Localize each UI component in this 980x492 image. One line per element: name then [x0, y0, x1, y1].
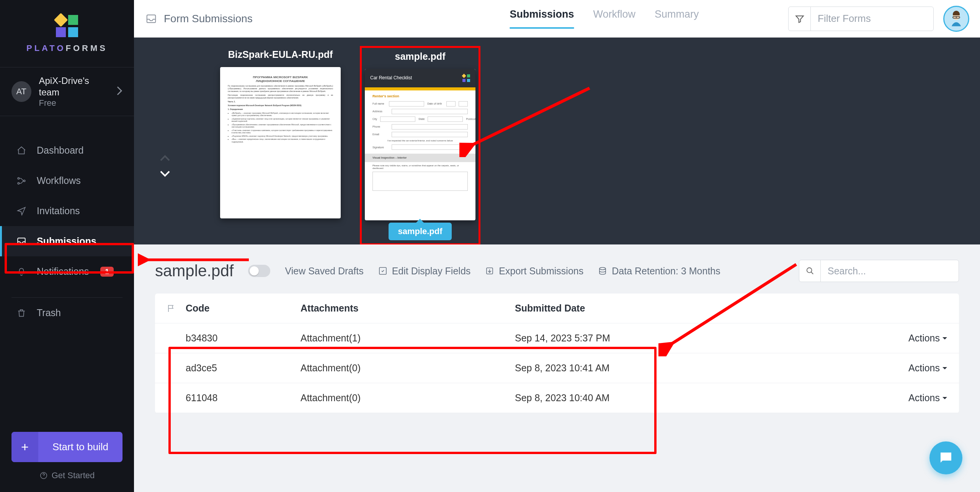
search-button[interactable]: [799, 260, 821, 282]
edit-display-fields[interactable]: Edit Display Fields: [378, 266, 471, 277]
cell-attachments: Attachment(1): [301, 333, 515, 344]
inbox-icon: [145, 13, 157, 25]
panel-title: sample.pdf: [155, 262, 234, 280]
account-name: ApiX-Drive's team: [39, 75, 109, 98]
sidebar-item-dashboard[interactable]: Dashboard: [0, 135, 134, 166]
caret-down-icon: [942, 366, 947, 371]
chat-fab[interactable]: [929, 441, 962, 474]
cell-submitted: Sep 8, 2023 10:41 AM: [515, 362, 745, 374]
filter-icon: [795, 14, 805, 24]
tab-workflow[interactable]: Workflow: [593, 8, 636, 29]
account-plan: Free: [39, 98, 109, 108]
col-attachments: Attachments: [301, 303, 515, 314]
row-actions[interactable]: Actions: [745, 362, 947, 374]
svg-point-13: [807, 268, 812, 273]
svg-rect-3: [18, 238, 25, 244]
form-thumbnail-selected[interactable]: sample.pdf Car Rental Checklist Renter's…: [360, 46, 480, 245]
export-submissions[interactable]: Export Submissions: [485, 266, 583, 277]
thumbnail-chip: sample.pdf: [389, 223, 451, 240]
cell-attachments: Attachment(0): [301, 362, 515, 374]
submissions-table: Code Attachments Submitted Date b34830 A…: [155, 294, 959, 413]
chevron-down-icon[interactable]: [160, 168, 170, 180]
home-icon: [16, 145, 27, 156]
cell-code: b34830: [186, 333, 301, 344]
page-title: Form Submissions: [145, 13, 253, 25]
tab-summary[interactable]: Summary: [655, 8, 699, 29]
cell-submitted: Sep 8, 2023 10:40 AM: [515, 392, 745, 403]
account-avatar: AT: [11, 81, 31, 102]
sidebar-item-label: Notifications: [37, 266, 89, 277]
row-actions[interactable]: Actions: [745, 392, 947, 403]
chat-icon: [938, 450, 954, 466]
sidebar-item-trash[interactable]: Trash: [0, 298, 134, 328]
cell-submitted: Sep 14, 2023 5:37 PM: [515, 333, 745, 344]
thumbnail-name: BizSpark-EULA-RU.pdf: [228, 49, 333, 60]
sidebar-item-invitations[interactable]: Invitations: [0, 196, 134, 226]
brand-logo: PLATOFORMS: [0, 0, 134, 67]
start-button-label: Start to build: [38, 432, 122, 462]
row-actions[interactable]: Actions: [745, 333, 947, 344]
caret-down-icon: [942, 395, 947, 401]
edit-icon: [378, 266, 387, 276]
panel-toolbar: sample.pdf View Saved Drafts Edit Displa…: [155, 260, 959, 282]
sidebar-item-label: Submissions: [37, 236, 96, 247]
view-saved-toggle[interactable]: [248, 265, 270, 277]
thumb-nav: [160, 153, 170, 180]
get-started-link[interactable]: Get Started: [39, 471, 95, 481]
brand-logo-text: PLATOFORMS: [26, 43, 108, 53]
svg-point-2: [23, 180, 25, 181]
flag-icon: [167, 304, 186, 313]
account-switcher[interactable]: AT ApiX-Drive's team Free: [0, 67, 134, 116]
sidebar-item-notifications[interactable]: Notifications 1: [0, 256, 134, 287]
filter-button[interactable]: [789, 7, 811, 31]
table-row[interactable]: ad3ce5 Attachment(0) Sep 8, 2023 10:41 A…: [155, 353, 959, 383]
form-selector-strip: BizSpark-EULA-RU.pdf ПРОГРАММА MICROSOFT…: [134, 38, 980, 244]
table-row[interactable]: 611048 Attachment(0) Sep 8, 2023 10:40 A…: [155, 383, 959, 413]
chevron-up-icon[interactable]: [160, 153, 170, 165]
workflow-icon: [16, 175, 27, 186]
svg-point-1: [18, 182, 19, 184]
submissions-panel: sample.pdf View Saved Drafts Edit Displa…: [134, 244, 980, 492]
export-icon: [485, 266, 494, 276]
chevron-right-icon: [116, 86, 122, 97]
form-thumbnail[interactable]: BizSpark-EULA-RU.pdf ПРОГРАММА MICROSOFT…: [220, 49, 341, 245]
header-tabs: Submissions Workflow Summary: [510, 8, 699, 29]
table-header: Code Attachments Submitted Date: [155, 294, 959, 323]
start-to-build-button[interactable]: + Start to build: [11, 432, 122, 462]
cell-code: ad3ce5: [186, 362, 301, 374]
trash-icon: [16, 308, 27, 318]
sidebar-nav: Dashboard Workflows Invitations Submissi…: [0, 135, 134, 328]
search-icon: [806, 267, 814, 275]
col-code: Code: [186, 303, 301, 314]
sidebar-item-label: Workflows: [37, 175, 81, 186]
caret-down-icon: [942, 336, 947, 341]
submissions-search: [799, 260, 959, 282]
table-row[interactable]: b34830 Attachment(1) Sep 14, 2023 5:37 P…: [155, 323, 959, 353]
plus-icon: +: [11, 432, 38, 462]
inbox-icon: [16, 236, 27, 247]
sidebar-item-submissions[interactable]: Submissions: [0, 226, 134, 256]
tab-submissions[interactable]: Submissions: [510, 8, 574, 29]
thumbnail-name: sample.pdf: [395, 51, 446, 62]
send-icon: [16, 206, 27, 216]
user-avatar[interactable]: [943, 6, 969, 32]
thumbnail-preview: ПРОГРАММА MICROSOFT BIZSPARKЛИЦЕНЗИОННОЕ…: [220, 67, 341, 218]
search-input[interactable]: [821, 266, 959, 277]
avatar-icon: [947, 10, 965, 28]
header: Form Submissions Submissions Workflow Su…: [134, 0, 980, 38]
cell-attachments: Attachment(0): [301, 392, 515, 403]
svg-point-12: [599, 267, 606, 270]
bell-icon: [16, 266, 27, 277]
sidebar-item-label: Invitations: [37, 205, 80, 216]
sidebar: PLATOFORMS AT ApiX-Drive's team Free Das…: [0, 0, 134, 492]
view-saved-label: View Saved Drafts: [285, 266, 363, 277]
svg-point-0: [18, 177, 19, 179]
sidebar-item-workflows[interactable]: Workflows: [0, 166, 134, 196]
sidebar-item-label: Dashboard: [37, 145, 83, 156]
notification-badge: 1: [100, 267, 114, 277]
filter-input[interactable]: [811, 13, 933, 25]
data-retention[interactable]: Data Retention: 3 Months: [598, 266, 720, 277]
svg-rect-5: [147, 15, 156, 23]
thumbnail-preview: Car Rental Checklist Renter's section Fu…: [365, 69, 475, 220]
database-icon: [598, 266, 607, 276]
